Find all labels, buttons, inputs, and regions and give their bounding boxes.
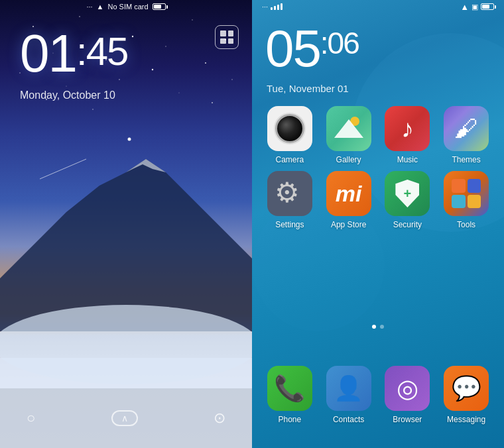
app-item-messaging[interactable]: 💬 Messaging [438,366,494,424]
app-label-camera: Camera [276,155,304,164]
app-item-themes[interactable]: 🖌 Themes [438,106,494,164]
lock-home-button[interactable]: ∧ [111,410,138,426]
app-label-themes: Themes [452,155,480,164]
app-icon-camera [267,106,312,151]
svg-point-3 [192,19,192,20]
app-item-appstore[interactable]: mi App Store [321,171,377,229]
dot-3 [220,38,226,44]
appstore-mi-icon: mi [336,181,362,207]
app-item-gallery[interactable]: Gallery [321,106,377,164]
svg-point-13 [231,79,232,80]
home-dock: 📞 Phone 👤 Contacts ◎ Browser [252,342,504,448]
app-grid: Camera Gallery ♪ Music 🖌 Themes [262,106,494,229]
lock-signal-dots: ··· [86,3,92,11]
lock-apps-button[interactable] [215,25,239,49]
svg-point-1 [79,16,80,17]
app-item-security[interactable]: + Security [380,171,436,229]
page-indicators [252,325,504,329]
app-label-appstore: App Store [331,220,366,229]
dock-app-grid: 📞 Phone 👤 Contacts ◎ Browser [252,366,504,424]
phone-icon: 📞 [274,374,305,403]
contacts-icon: 👤 [334,374,363,402]
app-icon-settings [267,171,312,216]
app-icon-security: + [385,171,430,216]
dot-4 [228,38,234,44]
gallery-mountain [334,119,363,138]
home-status-right: ▲ ▣ [460,2,494,12]
app-item-camera[interactable]: Camera [262,106,318,164]
app-item-contacts[interactable]: 👤 Contacts [321,366,377,424]
home-time: 05:06 [265,19,359,79]
app-icon-appstore: mi [326,171,371,216]
dot-1 [220,30,226,36]
home-battery-icon [481,3,494,10]
lock-screen: ··· ▲ No SIM card 01:45 Monday, October … [0,0,252,448]
gallery-inner [334,114,363,143]
svg-point-8 [205,62,206,64]
home-status-left: ··· [262,3,283,11]
tool-cell-2 [468,179,481,193]
home-screen: ··· ▲ ▣ 05:06 Tue, November 01 [252,0,504,448]
svg-point-18 [128,138,131,141]
lock-status-bar: ··· ▲ No SIM card [0,0,252,13]
settings-gear-icon [275,179,304,208]
security-shield-icon: + [395,180,419,207]
page-dot-1[interactable] [372,325,376,329]
camera-lens [275,114,304,143]
svg-point-17 [212,102,213,103]
app-item-phone[interactable]: 📞 Phone [262,366,318,424]
app-label-tools: Tools [457,220,475,229]
home-wifi-icon: ▲ [460,2,469,12]
svg-point-7 [165,46,166,46]
home-hours: 05 [265,19,320,78]
app-label-music: Music [397,155,418,164]
messaging-icon: 💬 [452,374,481,402]
svg-point-16 [178,92,179,93]
svg-point-15 [92,109,94,110]
lock-battery-icon [153,3,166,10]
themes-brush-icon: 🖌 [454,115,478,142]
lock-no-sim: No SIM card [107,3,148,11]
home-colon: : [320,26,328,60]
home-signal-dots: ··· [262,3,268,11]
app-icon-messaging: 💬 [444,366,489,411]
lock-chevron-icon: ∧ [121,413,128,423]
app-label-settings: Settings [275,220,304,229]
app-label-security: Security [393,220,422,229]
lock-wifi-icon: ▲ [97,3,104,11]
app-icon-tools [444,171,489,216]
dot-2 [228,30,234,36]
tools-grid-icon [452,179,481,208]
app-item-settings[interactable]: Settings [262,171,318,229]
app-icon-gallery [326,106,371,151]
app-icon-phone: 📞 [267,366,312,411]
app-label-browser: Browser [393,415,422,424]
svg-point-2 [132,36,133,37]
app-item-music[interactable]: ♪ Music [380,106,436,164]
lock-hours: 01 [20,24,76,83]
home-minutes: 06 [328,26,359,60]
home-record-icon: ▣ [472,3,478,11]
home-time-sup: :06 [320,25,359,61]
tool-cell-3 [452,195,466,209]
home-signal-bars [271,3,283,10]
app-icon-browser: ◎ [385,366,430,411]
browser-icon: ◎ [397,374,418,403]
security-plus-icon: + [404,186,412,201]
tool-cell-4 [468,195,481,209]
app-icon-music: ♪ [385,106,430,151]
app-label-messaging: Messaging [447,415,485,424]
app-item-browser[interactable]: ◎ Browser [380,366,436,424]
app-item-tools[interactable]: Tools [438,171,494,229]
lock-bottom-bar: ○ ∧ ⊙ [0,388,252,448]
lock-camera-shortcut-icon[interactable]: ⊙ [214,410,225,427]
tool-cell-1 [452,179,466,193]
home-date: Tue, November 01 [267,83,349,94]
app-icon-themes: 🖌 [444,106,489,151]
lock-minutes: 45 [86,28,128,74]
lock-colon: : [76,28,86,74]
page-dot-2[interactable] [380,325,384,329]
app-label-gallery: Gallery [336,155,361,164]
svg-point-12 [152,69,153,70]
lock-circle-icon[interactable]: ○ [27,410,35,427]
